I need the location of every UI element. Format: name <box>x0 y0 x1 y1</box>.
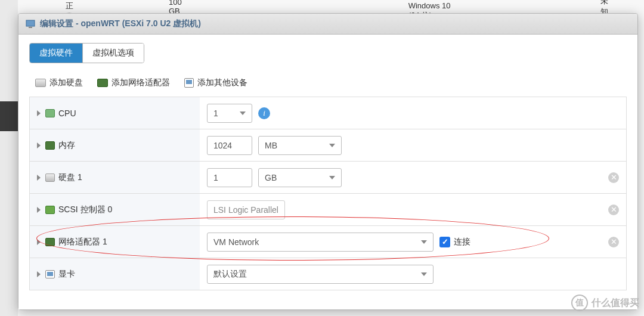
row-memory: 内存 1024 MB <box>30 129 626 162</box>
chevron-right-icon[interactable] <box>37 110 41 116</box>
chevron-down-icon <box>421 240 427 244</box>
hardware-list: CPU 1 i 内存 1024 <box>29 97 627 290</box>
device-icon <box>184 78 194 88</box>
disk-size-input[interactable]: 1 <box>207 168 252 187</box>
row-network-adapter: 网络适配器 1 VM Network 连接 <box>30 226 626 258</box>
chevron-right-icon[interactable] <box>37 175 41 181</box>
delete-scsi-button[interactable] <box>608 205 619 215</box>
chevron-right-icon[interactable] <box>37 271 41 277</box>
add-other-device-button[interactable]: 添加其他设备 <box>184 78 247 88</box>
tab-bar: 虚拟硬件 虚拟机选项 <box>29 43 144 63</box>
chevron-right-icon[interactable] <box>37 142 41 148</box>
vga-label: 显卡 <box>58 269 75 280</box>
scsi-type-display: LSI Logic Parallel <box>207 200 285 219</box>
scsi-label: SCSI 控制器 0 <box>58 205 112 215</box>
vga-settings-select[interactable]: 默认设置 <box>207 265 434 284</box>
chevron-down-icon <box>329 176 335 179</box>
dialog-titlebar: 编辑设置 - openWRT (ESXi 7.0 U2 虚拟机) <box>18 14 637 35</box>
memory-unit-select[interactable]: MB <box>258 136 342 155</box>
row-scsi: SCSI 控制器 0 LSI Logic Parallel <box>30 194 626 226</box>
memory-size-input[interactable]: 1024 <box>207 136 252 155</box>
edit-settings-dialog: 编辑设置 - openWRT (ESXi 7.0 U2 虚拟机) 虚拟硬件 虚拟… <box>18 13 638 310</box>
nic-connect-checkbox[interactable]: 连接 <box>439 237 470 247</box>
add-disk-button[interactable]: 添加硬盘 <box>35 78 83 88</box>
cpu-icon <box>45 109 55 117</box>
tab-vm-options[interactable]: 虚拟机选项 <box>83 44 144 63</box>
delete-disk-button[interactable] <box>608 172 619 183</box>
vm-icon <box>26 19 35 29</box>
dialog-title: 编辑设置 - openWRT (ESXi 7.0 U2 虚拟机) <box>40 18 201 29</box>
info-icon[interactable]: i <box>258 107 270 119</box>
svg-rect-1 <box>29 27 32 28</box>
add-nic-button[interactable]: 添加网络适配器 <box>97 78 170 88</box>
row-cpu: CPU 1 i <box>30 97 626 129</box>
chevron-down-icon <box>240 111 246 115</box>
row-video-card: 显卡 默认设置 <box>30 258 626 290</box>
cpu-label: CPU <box>58 109 76 118</box>
svg-rect-0 <box>26 20 35 26</box>
hdd-icon <box>35 79 46 87</box>
hdd-icon <box>45 174 55 182</box>
monitor-icon <box>45 270 55 278</box>
disk-unit-select[interactable]: GB <box>258 168 342 187</box>
hardware-toolbar: 添加硬盘 添加网络适配器 添加其他设备 <box>29 74 627 97</box>
memory-icon <box>45 141 55 150</box>
nic-network-select[interactable]: VM Network <box>207 233 434 252</box>
chevron-right-icon[interactable] <box>37 239 41 245</box>
cpu-count-select[interactable]: 1 <box>207 104 252 123</box>
memory-label: 内存 <box>58 140 75 151</box>
nic-label: 网络适配器 1 <box>58 237 107 247</box>
delete-nic-button[interactable] <box>608 237 619 247</box>
nic-icon <box>45 238 55 246</box>
nic-icon <box>97 79 108 87</box>
checkbox-checked-icon <box>439 237 450 247</box>
row-disk: 硬盘 1 1 GB <box>30 162 626 194</box>
watermark: 值 什么值得买 <box>571 295 639 311</box>
chevron-right-icon[interactable] <box>37 207 41 213</box>
disk-label: 硬盘 1 <box>58 172 82 183</box>
background-row: 正常 100 GB Microsoft Windows 10 (64 位) 未知 <box>18 0 644 13</box>
chevron-down-icon <box>421 272 427 276</box>
chevron-down-icon <box>329 144 335 147</box>
tab-virtual-hardware[interactable]: 虚拟硬件 <box>30 44 83 63</box>
scsi-icon <box>45 206 55 214</box>
